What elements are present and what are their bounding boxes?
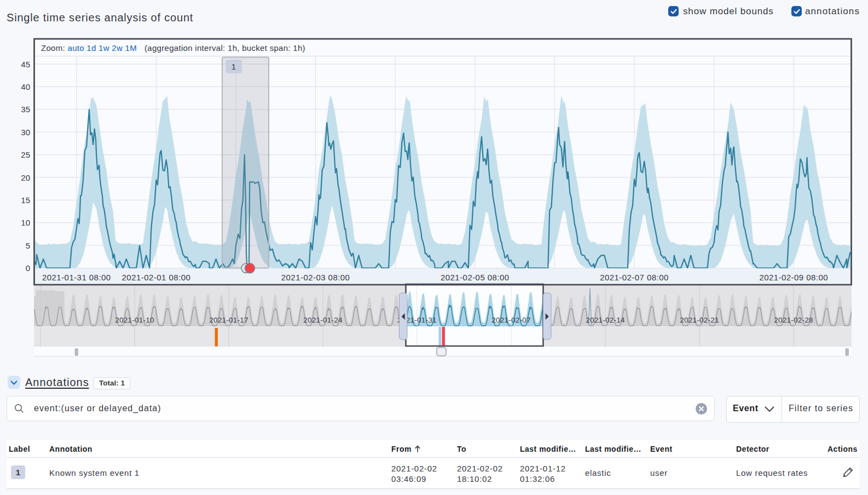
svg-text:2021-02-05 08:00: 2021-02-05 08:00 [441,273,510,282]
svg-text:45: 45 [21,60,30,69]
svg-text:2021-01-10: 2021-01-10 [115,316,154,324]
svg-text:5: 5 [26,241,30,250]
svg-text:Zoom: auto 1d 1w 2w 1M: Zoom: auto 1d 1w 2w 1M [41,43,137,53]
svg-text:(aggregation interval: 1h, buc: (aggregation interval: 1h, bucket span: … [144,43,305,53]
svg-text:2021-02-07 08:00: 2021-02-07 08:00 [600,273,669,282]
svg-text:40: 40 [21,82,30,91]
svg-text:2021-02-21: 2021-02-21 [680,316,719,324]
svg-text:35: 35 [21,105,30,114]
svg-text:25: 25 [21,150,30,159]
svg-text:2021-01-17: 2021-01-17 [209,316,248,324]
svg-text:15: 15 [21,195,30,205]
svg-text:2021-02-09 08:00: 2021-02-09 08:00 [759,273,828,282]
svg-text:2021-02-07: 2021-02-07 [491,316,531,324]
svg-text:20: 20 [21,173,30,182]
svg-text:1: 1 [232,62,236,71]
svg-text:2021-02-01 08:00: 2021-02-01 08:00 [122,273,191,282]
svg-text:2021-01-24: 2021-01-24 [303,316,343,324]
svg-text:2021-02-14: 2021-02-14 [586,316,625,324]
svg-text:30: 30 [21,128,30,137]
svg-text:0: 0 [26,263,30,273]
svg-text:10: 10 [21,218,30,227]
svg-text:2021-01-31 08:00: 2021-01-31 08:00 [42,273,111,282]
svg-text:2021-02-28: 2021-02-28 [774,316,813,324]
svg-text:2021-02-03 08:00: 2021-02-03 08:00 [281,273,350,282]
